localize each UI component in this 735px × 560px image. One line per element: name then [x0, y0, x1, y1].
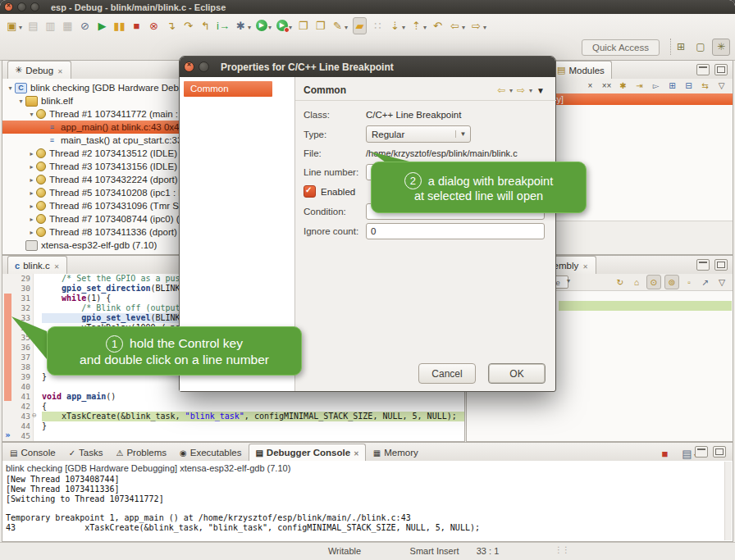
home-icon[interactable]: ⌂ [630, 275, 643, 289]
tab-debug[interactable]: ✳ Debug [7, 61, 71, 79]
type-select[interactable]: Regular ▼ [366, 125, 471, 143]
line-number[interactable]: 39 [12, 372, 33, 382]
run-icon[interactable]: ▶ [254, 17, 273, 34]
disassembly-line[interactable] [559, 311, 732, 321]
save-all-icon[interactable]: ▥ [43, 17, 58, 34]
disassembly-line[interactable] [559, 320, 732, 330]
dialog-menu-button[interactable] [199, 61, 209, 72]
back-menu-icon[interactable]: ▾ [509, 87, 513, 94]
minimize-icon[interactable] [696, 259, 710, 271]
remove-all-icon[interactable]: ×× [600, 80, 613, 92]
debugger-console-output[interactable]: blink checking [GDB Hardware Debugging] … [2, 461, 733, 541]
window-maximize-button[interactable] [30, 2, 39, 11]
export-icon[interactable]: ↗ [699, 275, 712, 289]
save-icon[interactable]: ▤ [25, 17, 41, 34]
disassembly-line[interactable] [559, 368, 732, 378]
pointer-icon[interactable]: ▻ [650, 80, 662, 92]
dropdown-arrow-icon[interactable] [482, 18, 486, 33]
dropdown-arrow-icon[interactable] [422, 18, 427, 33]
maximize-icon[interactable] [714, 259, 728, 271]
sidebar-item-common[interactable]: Common [184, 81, 272, 97]
breakpoint-gutter[interactable] [2, 274, 12, 284]
fold-minus-icon[interactable]: ⊖ [32, 410, 36, 420]
disassembly-line[interactable] [473, 427, 732, 437]
instruction-stepping-icon[interactable]: i→ [215, 17, 231, 34]
line-number[interactable]: 32 [12, 303, 33, 313]
ok-button[interactable]: OK [488, 363, 546, 384]
tree-expander-icon[interactable]: ▸ [27, 163, 36, 171]
breakpoint-gutter[interactable] [2, 402, 12, 412]
tab-problems[interactable]: ⚠ Problems [110, 444, 172, 461]
tab-blink-c[interactable]: c blink.c [7, 256, 67, 274]
expand-all-icon[interactable]: ⊞ [666, 80, 678, 92]
dropdown-arrow-icon[interactable] [247, 18, 251, 33]
minimize-icon[interactable] [696, 64, 710, 75]
disconnect-icon[interactable]: ⊗ [146, 17, 162, 34]
step-return-icon[interactable]: ↰ [198, 17, 213, 34]
tree-expander-icon[interactable]: ▾ [16, 98, 25, 105]
dropdown-arrow-icon[interactable] [18, 18, 22, 33]
modules-selected-row[interactable]: rary] [545, 93, 733, 105]
remove-icon[interactable]: × [584, 80, 596, 92]
line-number[interactable]: 33 [12, 313, 33, 323]
disassembly-line[interactable] [559, 378, 732, 388]
tab-debugger-console[interactable]: ▤ Debugger Console [249, 444, 365, 461]
profile-icon[interactable]: ▶ [275, 17, 294, 34]
line-number[interactable]: 36 [12, 343, 33, 353]
tab-modules[interactable]: ▤ Modules [550, 61, 612, 79]
tree-expander-icon[interactable]: ▸ [27, 176, 36, 184]
close-icon[interactable] [582, 261, 589, 271]
cancel-button[interactable]: Cancel [418, 363, 476, 384]
open-resource-icon[interactable]: ❐ [313, 17, 328, 34]
disassembly-line[interactable] [559, 388, 732, 398]
disassembly-line[interactable] [473, 398, 732, 407]
resource-perspective-icon[interactable]: ▢ [692, 39, 709, 55]
breakpoint-gutter[interactable] [2, 284, 12, 294]
line-number[interactable]: 43 [12, 412, 33, 421]
line-number[interactable]: 42 [12, 402, 33, 412]
new-wizard-icon[interactable]: ▣ [4, 17, 24, 34]
tree-expander-icon[interactable]: ▸ [27, 203, 36, 210]
step-over-icon[interactable]: ↷ [180, 17, 196, 34]
dropdown-arrow-icon[interactable] [344, 18, 348, 33]
link-editor-icon[interactable]: ∷ [370, 17, 386, 34]
location-dropdown-icon[interactable]: ▾ [567, 277, 570, 285]
back-icon[interactable]: ⇦ [497, 84, 505, 96]
sync-selection-icon[interactable]: ⊚ [664, 275, 679, 289]
tree-expander-icon[interactable]: ▸ [27, 150, 36, 157]
maximize-icon[interactable] [714, 64, 728, 75]
tab-memory[interactable]: ▦ Memory [368, 444, 424, 461]
disassembly-line[interactable] [473, 417, 732, 427]
back-icon[interactable]: ⇦ [447, 17, 467, 34]
binary-icon[interactable]: ▦ [60, 17, 75, 34]
line-number[interactable]: 35 [12, 333, 33, 343]
tree-expander-icon[interactable]: ▸ [27, 229, 36, 236]
close-icon[interactable] [53, 261, 61, 271]
next-annotation-icon[interactable]: ⇣ [387, 17, 407, 34]
link-with-debug-icon[interactable]: ⇆ [699, 80, 711, 92]
enabled-checkbox[interactable] [304, 185, 316, 198]
new-view-icon[interactable]: ▫ [682, 275, 696, 289]
terminate-icon[interactable]: ■ [129, 17, 144, 34]
line-number[interactable]: 34 [12, 323, 33, 333]
last-edit-location-icon[interactable]: ↶ [430, 17, 445, 34]
view-menu-icon[interactable]: ▽ [715, 80, 728, 92]
prev-annotation-icon[interactable]: ⇡ [409, 17, 428, 34]
open-perspective-icon[interactable]: ⊞ [673, 39, 689, 55]
disassembly-line[interactable] [559, 291, 732, 301]
refresh-icon[interactable]: ↻ [614, 275, 627, 289]
line-number[interactable]: 31 [12, 294, 33, 303]
code-line[interactable]: 45 [2, 431, 464, 441]
maximize-icon[interactable] [713, 446, 726, 458]
disassembly-line[interactable] [473, 407, 732, 417]
disassembly-line[interactable] [559, 359, 732, 369]
code-line[interactable]: 44 } [2, 421, 464, 431]
line-number[interactable]: 45 [12, 431, 33, 441]
dropdown-arrow-icon[interactable] [401, 18, 405, 33]
dropdown-arrow-icon[interactable] [267, 18, 272, 33]
tree-expander-icon[interactable]: ▾ [6, 84, 15, 92]
tree-expander-icon[interactable]: ▸ [27, 216, 36, 223]
tab-tasks[interactable]: ✓ Tasks [63, 444, 109, 461]
line-number[interactable]: 37 [12, 353, 33, 362]
add-module-icon[interactable]: ✱ [617, 80, 629, 92]
